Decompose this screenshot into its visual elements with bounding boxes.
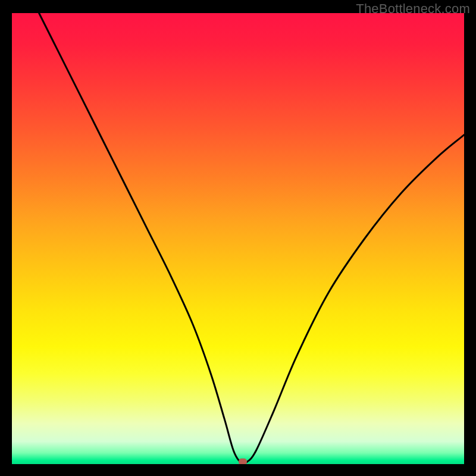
chart-frame: TheBottleneck.com xyxy=(0,0,476,476)
plot-area xyxy=(12,13,464,464)
bottleneck-curve xyxy=(12,13,464,464)
curve-path xyxy=(39,13,464,464)
minimum-marker xyxy=(239,459,247,464)
watermark-text: TheBottleneck.com xyxy=(356,1,470,17)
